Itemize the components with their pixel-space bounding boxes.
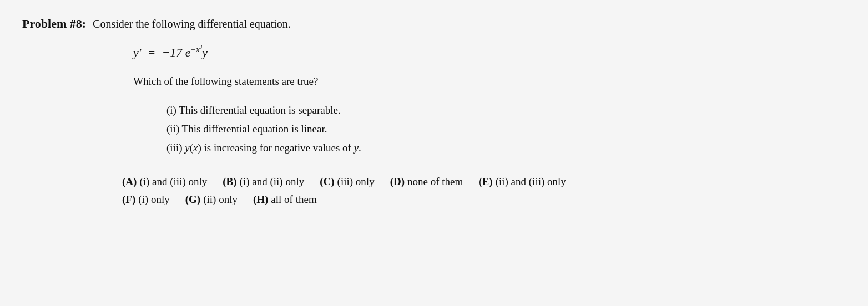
- answer-B-text: (i) and (ii) only: [240, 176, 305, 188]
- equation-block: y′ = −17 e−x3y: [133, 44, 844, 60]
- problem-intro: Consider the following differential equa…: [93, 18, 291, 30]
- answer-E-text: (ii) and (iii) only: [496, 176, 566, 188]
- equation-y: y: [202, 45, 208, 59]
- answer-B: (B) (i) and (ii) only: [223, 176, 304, 188]
- e-base: e−x3: [185, 45, 202, 59]
- answer-C: (C) (iii) only: [320, 176, 374, 188]
- answer-H-text: all of them: [271, 193, 316, 206]
- problem-label: Problem #8:: [22, 17, 86, 31]
- answer-E-letter: (E): [478, 176, 492, 188]
- answer-A-text: (i) and (iii) only: [139, 176, 207, 188]
- answer-G-letter: (G): [185, 193, 200, 206]
- answer-D-letter: (D): [390, 176, 405, 188]
- equation-line: y′ = −17 e−x3y: [133, 44, 844, 60]
- answer-D-text: none of them: [407, 176, 463, 188]
- answer-G: (G) (ii) only: [185, 193, 238, 206]
- answer-E: (E) (ii) and (iii) only: [478, 176, 566, 188]
- answer-A: (A) (i) and (iii) only: [122, 176, 207, 188]
- answer-H-letter: (H): [253, 193, 268, 206]
- answer-B-letter: (B): [223, 176, 236, 188]
- answer-A-letter: (A): [122, 176, 137, 188]
- answer-C-text: (iii) only: [337, 176, 375, 188]
- answer-D: (D) none of them: [390, 176, 463, 188]
- answer-C-letter: (C): [320, 176, 334, 188]
- answer-F: (F) (i) only: [122, 193, 170, 206]
- answer-H: (H) all of them: [253, 193, 317, 206]
- answer-F-text: (i) only: [138, 193, 169, 206]
- statement-iii: (iii) y(x) is increasing for negative va…: [166, 139, 844, 157]
- problem-container: Problem #8: Consider the following diffe…: [22, 17, 844, 206]
- answers-row1: (A) (i) and (iii) only (B) (i) and (ii) …: [122, 176, 844, 188]
- problem-header: Problem #8: Consider the following diffe…: [22, 17, 844, 31]
- statements-list: (i) This differential equation is separa…: [166, 101, 844, 158]
- statement-i: (i) This differential equation is separa…: [166, 101, 844, 120]
- question-text: Which of the following statements are tr…: [133, 75, 844, 88]
- answer-F-letter: (F): [122, 193, 135, 206]
- answer-G-text: (ii) only: [203, 193, 238, 206]
- equation-lhs: y′ = −17 e−x3y: [133, 44, 208, 60]
- answers-row2: (F) (i) only (G) (ii) only (H) all of th…: [122, 193, 844, 206]
- statement-ii: (ii) This differential equation is linea…: [166, 120, 844, 139]
